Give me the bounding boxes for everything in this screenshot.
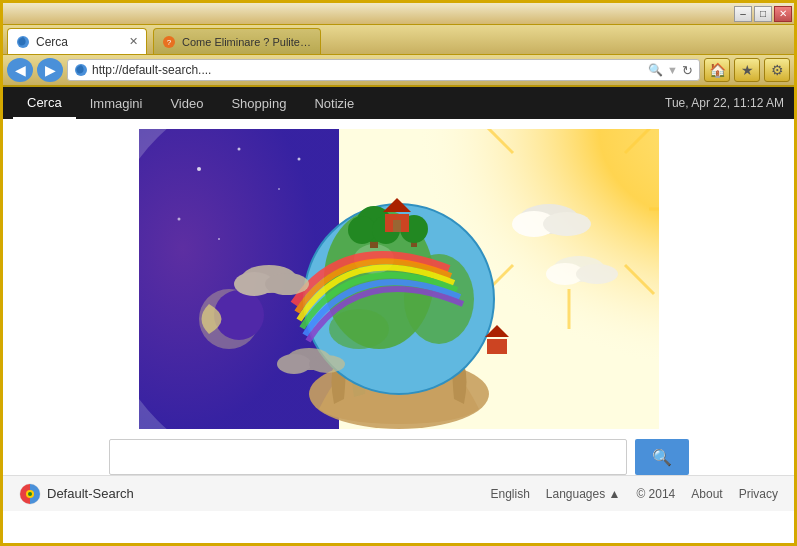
- svg-point-27: [329, 309, 389, 349]
- footer-link-about[interactable]: About: [691, 487, 722, 501]
- footer-link-privacy[interactable]: Privacy: [739, 487, 778, 501]
- svg-rect-38: [393, 220, 401, 232]
- svg-point-46: [309, 355, 345, 373]
- tab-bar: Cerca ✕ ? Come Eliminare ? Pulite e fat.…: [3, 25, 794, 55]
- footer-links: English Languages ▲ © 2014 About Privacy: [490, 487, 778, 501]
- url-separator: ▼: [667, 64, 678, 76]
- svg-rect-39: [487, 339, 507, 354]
- browser-window: – □ ✕ Cerca ✕ ? Come Eliminare ?: [3, 3, 794, 543]
- svg-point-45: [277, 354, 311, 374]
- svg-point-15: [197, 167, 201, 171]
- tab-come-label: Come Eliminare ? Pulite e fat...: [182, 36, 312, 48]
- svg-point-19: [218, 238, 220, 240]
- nav-item-video[interactable]: Video: [156, 87, 217, 119]
- hero-area: [3, 119, 794, 429]
- forward-button[interactable]: ▶: [37, 58, 63, 82]
- url-field[interactable]: http://default-search.... 🔍 ▼ ↻: [67, 59, 700, 81]
- main-content: 🔍 Default-Search English Languages ▲ © 2…: [3, 119, 794, 543]
- url-favicon: [74, 63, 88, 77]
- logo-icon: [19, 483, 41, 505]
- nav-item-cerca[interactable]: Cerca: [13, 87, 76, 119]
- nav-item-shopping[interactable]: Shopping: [217, 87, 300, 119]
- globe-illustration: [139, 129, 659, 429]
- footer: Default-Search English Languages ▲ © 201…: [3, 475, 794, 511]
- search-input[interactable]: [109, 439, 627, 475]
- url-text: http://default-search....: [92, 63, 644, 77]
- tab-cerca-favicon: [16, 35, 30, 49]
- search-area: 🔍: [109, 439, 689, 475]
- search-button[interactable]: 🔍: [635, 439, 689, 475]
- hero-image: [139, 129, 659, 429]
- svg-point-32: [348, 216, 376, 244]
- svg-point-22: [214, 290, 264, 340]
- nav-item-immagini[interactable]: Immagini: [76, 87, 157, 119]
- settings-button[interactable]: ⚙: [764, 58, 790, 82]
- svg-point-17: [177, 218, 180, 221]
- svg-point-52: [576, 264, 618, 284]
- nav-item-notizie[interactable]: Notizie: [300, 87, 368, 119]
- toolbar-right: 🏠 ★ ⚙: [704, 58, 790, 82]
- tab-cerca[interactable]: Cerca ✕: [7, 28, 147, 54]
- title-bar: – □ ✕: [3, 3, 794, 25]
- brand-name: Default-Search: [47, 486, 134, 501]
- nav-menu: Cerca Immagini Video Shopping Notizie Tu…: [3, 87, 794, 119]
- tab-cerca-label: Cerca: [36, 35, 68, 49]
- footer-copyright: © 2014: [636, 487, 675, 501]
- footer-logo: Default-Search: [19, 483, 134, 505]
- svg-point-55: [28, 492, 32, 496]
- svg-point-18: [278, 188, 280, 190]
- restore-button[interactable]: □: [754, 6, 772, 22]
- back-button[interactable]: ◀: [7, 58, 33, 82]
- svg-text:?: ?: [167, 38, 172, 47]
- tab-come-favicon: ?: [162, 35, 176, 49]
- search-icon: 🔍: [652, 448, 672, 467]
- footer-link-languages[interactable]: Languages ▲: [546, 487, 621, 501]
- svg-point-20: [297, 158, 300, 161]
- svg-point-49: [543, 212, 591, 236]
- close-button[interactable]: ✕: [774, 6, 792, 22]
- home-button[interactable]: 🏠: [704, 58, 730, 82]
- tab-come[interactable]: ? Come Eliminare ? Pulite e fat...: [153, 28, 321, 54]
- url-search-icon: 🔍: [648, 63, 663, 77]
- address-bar: ◀ ▶ http://default-search.... 🔍 ▼ ↻ 🏠 ★ …: [3, 55, 794, 87]
- nav-time: Tue, Apr 22, 11:12 AM: [665, 96, 784, 110]
- svg-point-43: [265, 273, 309, 295]
- url-refresh-icon[interactable]: ↻: [682, 63, 693, 78]
- title-bar-buttons: – □ ✕: [734, 6, 792, 22]
- svg-point-16: [237, 148, 240, 151]
- tab-cerca-close[interactable]: ✕: [129, 35, 138, 48]
- favorites-button[interactable]: ★: [734, 58, 760, 82]
- footer-link-english[interactable]: English: [490, 487, 529, 501]
- minimize-button[interactable]: –: [734, 6, 752, 22]
